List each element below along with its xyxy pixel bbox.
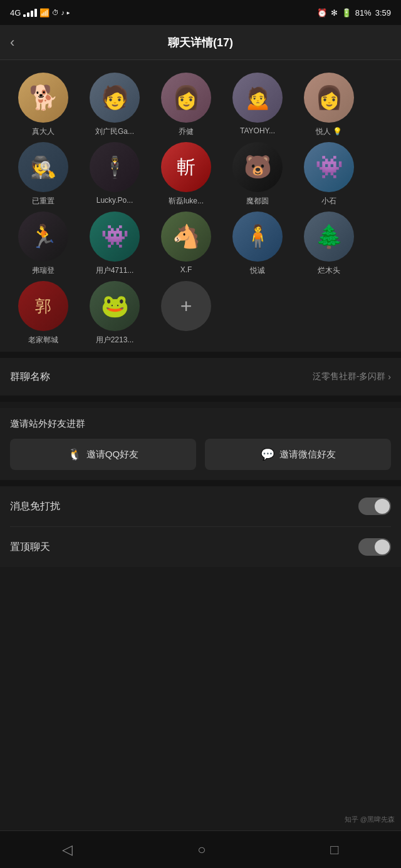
pin-toggle[interactable] (358, 538, 391, 556)
alarm-icon: ⏰ (317, 8, 327, 18)
member-name: 老家郸城 (10, 335, 76, 345)
divider-3 (0, 480, 401, 486)
members-section: 🐕 真大人 🧑 刘广民Ga... 👩 乔健 🙍 TAYOHY... 👩 悦人 💡 (0, 60, 401, 352)
member-name: 小石 (296, 196, 362, 207)
dnd-toggle-knob (375, 499, 390, 514)
member-item[interactable]: 🕴 Lucky.Po... (81, 142, 148, 207)
watermark: 知乎 @黑啤先森 (345, 815, 395, 824)
member-item[interactable]: 🌲 烂木头 (296, 212, 362, 276)
member-name: X.F (153, 265, 219, 274)
member-item[interactable]: 🏃 弗瑞登 (10, 212, 76, 276)
page-title: 聊天详情(17) (168, 35, 233, 50)
member-avatar: 👾 (304, 142, 354, 192)
member-avatar: 🐻 (232, 142, 283, 192)
member-item[interactable]: 🕵 已重置 (10, 142, 76, 207)
member-name: 靳磊luke... (153, 196, 219, 207)
member-name: 乔健 (153, 126, 219, 137)
pin-row[interactable]: 置顶聊天 (10, 527, 391, 567)
member-name: 悦诚 (224, 265, 291, 276)
member-name: 魔都圆 (224, 196, 291, 207)
member-avatar: 🕴 (90, 142, 140, 192)
member-avatar: 🙍 (232, 73, 283, 123)
invite-wechat-button[interactable]: 💬 邀请微信好友 (205, 439, 391, 470)
invite-title: 邀请站外好友进群 (10, 418, 391, 430)
bluetooth-icon: ✻ (331, 8, 338, 18)
member-item[interactable]: 🐴 X.F (153, 212, 219, 276)
member-avatar: 🕵 (18, 142, 68, 192)
group-name-section: 群聊名称 泛零售社群-多闪群 › (0, 358, 401, 396)
signal-bar-2 (27, 13, 29, 17)
signal-bar-4 (34, 9, 37, 17)
divider-1 (0, 352, 401, 358)
signal-bars (23, 9, 37, 17)
member-avatar: 👩 (304, 73, 354, 123)
nav-back[interactable]: ◁ (62, 842, 73, 858)
nav-recent-icon: □ (330, 842, 338, 858)
group-name-row[interactable]: 群聊名称 泛零售社群-多闪群 › (10, 358, 391, 396)
nav-home[interactable]: ○ (197, 842, 206, 858)
header: ‹ 聊天详情(17) (0, 25, 401, 60)
invite-wechat-label: 邀请微信好友 (279, 449, 336, 461)
member-avatar: 👾 (90, 212, 140, 262)
time-text: 3:59 (375, 8, 391, 18)
battery-text: 81% (355, 8, 372, 18)
member-item[interactable]: 👾 小石 (296, 142, 362, 207)
signal-text: 4G (10, 8, 21, 18)
member-avatar: 郭 (18, 281, 68, 331)
member-avatar: 🌲 (304, 212, 354, 262)
add-button-circle[interactable]: + (161, 281, 211, 331)
pin-label: 置顶聊天 (10, 541, 50, 554)
member-avatar: 斬 (161, 142, 211, 192)
member-name: 刘广民Ga... (81, 126, 148, 137)
add-icon: + (180, 296, 192, 316)
signal-bar-3 (31, 11, 33, 17)
member-avatar: 🐸 (90, 281, 140, 331)
pin-toggle-knob (375, 539, 390, 554)
member-name: 烂木头 (296, 265, 362, 276)
invite-qq-label: 邀请QQ好友 (86, 449, 138, 461)
invite-buttons: 🐧 邀请QQ好友 💬 邀请微信好友 (10, 439, 391, 470)
member-name: 弗瑞登 (10, 265, 76, 276)
wechat-icon: 💬 (261, 447, 274, 461)
members-grid: 🐕 真大人 🧑 刘广民Ga... 👩 乔健 🙍 TAYOHY... 👩 悦人 💡 (10, 73, 391, 345)
divider-2 (0, 396, 401, 402)
member-item[interactable]: 🐻 魔都圆 (224, 142, 291, 207)
member-item[interactable]: 斬 靳磊luke... (153, 142, 219, 207)
member-item[interactable]: 👩 乔健 (153, 73, 219, 137)
nav-home-icon: ○ (197, 842, 206, 858)
status-left: 4G 📶 ⏱ ♪ ▶ (10, 8, 70, 18)
member-item[interactable]: 🐕 真大人 (10, 73, 76, 137)
status-right: ⏰ ✻ 🔋 81% 3:59 (317, 8, 391, 18)
group-name-label: 群聊名称 (10, 370, 50, 384)
member-item[interactable]: 🧑 刘广民Ga... (81, 73, 148, 137)
nav-back-icon: ◁ (62, 842, 73, 858)
member-item[interactable]: 👾 用户4711... (81, 212, 148, 276)
chevron-icon: › (388, 372, 391, 382)
status-bar: 4G 📶 ⏱ ♪ ▶ ⏰ ✻ 🔋 81% 3:59 (0, 0, 401, 25)
member-item[interactable]: 🧍 悦诚 (224, 212, 291, 276)
battery-icon: 🔋 (341, 8, 352, 18)
bottom-nav: ◁ ○ □ (0, 830, 401, 868)
member-avatar: 🏃 (18, 212, 68, 262)
add-member-button[interactable]: + (153, 281, 219, 345)
member-item[interactable]: 👩 悦人 💡 (296, 73, 362, 137)
group-name-text: 泛零售社群-多闪群 (313, 371, 386, 382)
dnd-label: 消息免打扰 (10, 500, 60, 513)
back-button[interactable]: ‹ (10, 34, 14, 51)
member-name: 真大人 (10, 126, 76, 137)
member-avatar: 🐕 (18, 73, 68, 123)
member-item[interactable]: 🙍 TAYOHY... (224, 73, 291, 137)
nav-recent[interactable]: □ (330, 842, 338, 858)
member-avatar: 👩 (161, 73, 211, 123)
member-name: TAYOHY... (224, 126, 291, 135)
invite-qq-button[interactable]: 🐧 邀请QQ好友 (10, 439, 196, 470)
dnd-row[interactable]: 消息免打扰 (10, 486, 391, 527)
group-name-value: 泛零售社群-多闪群 › (313, 371, 391, 382)
member-name: 用户2213... (81, 335, 148, 345)
member-item[interactable]: 🐸 用户2213... (81, 281, 148, 345)
signal-bar-1 (23, 14, 26, 17)
member-item[interactable]: 郭 老家郸城 (10, 281, 76, 345)
member-name: Lucky.Po... (81, 196, 148, 205)
member-avatar: 🧑 (90, 73, 140, 123)
dnd-toggle[interactable] (358, 498, 391, 515)
